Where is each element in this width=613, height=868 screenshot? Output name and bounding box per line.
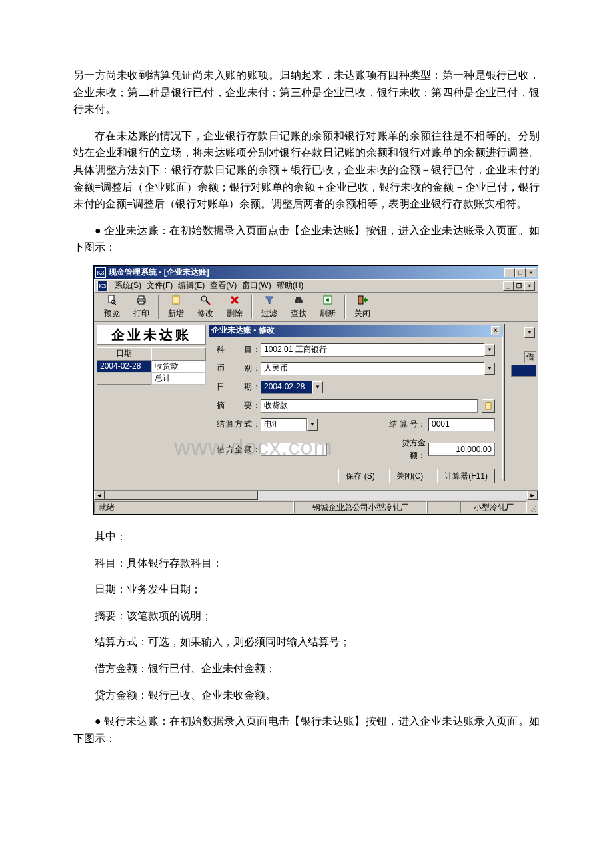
paragraph-5: 科目：具体银行存款科目； — [73, 555, 540, 572]
paragraph-1: 另一方尚未收到结算凭证尚未入账的账项。归纳起来，未达账项有四种类型：第一种是银行… — [73, 67, 540, 118]
input-date[interactable]: 2004-02-28 — [261, 381, 312, 394]
dialog-titlebar[interactable]: 企业未达账 - 修改 × — [209, 325, 503, 337]
toolbar-find-button[interactable]: 查找 — [285, 294, 312, 321]
menu-help[interactable]: 帮助(H) — [277, 279, 304, 292]
panel-title-banner: 企业未达账 — [97, 325, 206, 345]
printer-icon — [135, 294, 147, 306]
app-logo-icon: K3 — [95, 267, 106, 278]
horizontal-scrollbar[interactable]: ◄ ► — [94, 490, 538, 501]
toolbar-close-label: 关闭 — [354, 307, 370, 320]
svg-rect-15 — [358, 296, 363, 304]
resize-grip-icon[interactable] — [527, 501, 538, 513]
paragraph-8: 结算方式：可选，如果输入，则必须同时输入结算号； — [73, 633, 540, 651]
menu-file[interactable]: 文件(F) — [147, 279, 173, 292]
selected-right-cell[interactable] — [511, 365, 536, 377]
label-summary: 摘 要： — [217, 399, 261, 412]
save-button[interactable]: 保存 (S) — [338, 469, 382, 483]
cell-summary[interactable]: 收货款 — [151, 361, 206, 373]
edit-dialog: 企业未达账 - 修改 × 科 目： 1002.01 工商银行 ▼ 币 别： 人民… — [207, 323, 504, 481]
refresh-icon — [322, 294, 334, 306]
table-row[interactable]: 2004-02-28 收货款 — [97, 361, 206, 373]
cell-total-label: 总计 — [151, 373, 206, 385]
filter-icon — [263, 294, 275, 306]
paragraph-6: 日期：业务发生日期； — [73, 581, 540, 598]
subject-dropdown-icon[interactable]: ▼ — [484, 344, 495, 356]
document-page: 另一方尚未收到结算凭证尚未入账的账项。归纳起来，未达账项有四种类型：第一种是银行… — [0, 0, 613, 796]
paragraph-2: 存在未达账的情况下，企业银行存款日记账的余额和银行对账单的余额往往是不相等的。分… — [73, 127, 540, 213]
paragraph-10: 贷方金额：银行已收、企业未收金额。 — [73, 687, 540, 704]
toolbar-close-button[interactable]: 关闭 — [348, 294, 376, 321]
input-settle-method[interactable]: 电汇 — [261, 418, 307, 431]
data-table: 日期 2004-02-28 收货款 总计 — [97, 347, 206, 385]
cell-date[interactable]: 2004-02-28 — [97, 361, 151, 373]
toolbar-preview-label: 预览 — [104, 307, 120, 320]
col-header-jie[interactable]: 借 — [524, 351, 536, 363]
toolbar-separator-2 — [251, 295, 253, 319]
svg-rect-17 — [487, 402, 490, 403]
scroll-track[interactable] — [105, 491, 527, 500]
toolbar-new-label: 新增 — [168, 307, 184, 320]
minimize-button[interactable]: _ — [504, 268, 515, 277]
scroll-left-icon[interactable]: ◄ — [94, 491, 105, 500]
dialog-close-btn[interactable]: 关闭(C) — [389, 469, 431, 483]
paragraph-7: 摘要：该笔款项的说明； — [73, 607, 540, 625]
dialog-title: 企业未达账 - 修改 — [211, 324, 275, 337]
menu-edit[interactable]: 编辑(E) — [178, 279, 205, 292]
toolbar-new-button[interactable]: 新增 — [162, 294, 190, 321]
label-credit: 贷方金额： — [388, 437, 428, 462]
scroll-right-icon[interactable]: ► — [527, 491, 538, 500]
mdi-minimize-button[interactable]: _ — [503, 281, 514, 291]
mdi-restore-button[interactable]: ❐ — [514, 281, 524, 291]
menu-window[interactable]: 窗口(W) — [242, 279, 271, 292]
menu-bar: K3 系统(S) 文件(F) 编辑(E) 查看(V) 窗口(W) 帮助(H) _… — [94, 279, 538, 293]
toolbar-filter-label: 过滤 — [261, 307, 277, 320]
svg-point-7 — [201, 296, 207, 301]
input-settle-no[interactable]: 0001 — [428, 418, 495, 431]
toolbar-preview-button[interactable]: 预览 — [98, 294, 126, 321]
maximize-button[interactable]: □ — [515, 268, 526, 277]
mdi-child-icon[interactable]: K3 — [97, 281, 108, 291]
toolbar-print-button[interactable]: 打印 — [127, 294, 155, 321]
toolbar-filter-button[interactable]: 过滤 — [255, 294, 283, 321]
right-dropdown-icon[interactable]: ▼ — [524, 327, 535, 338]
clipboard-icon — [484, 402, 492, 410]
paragraph-11: ● 银行未达账：在初始数据录入页面电击【银行未达账】按钮，进入企业未达账录入页面… — [73, 713, 540, 747]
menu-view[interactable]: 查看(V) — [210, 279, 237, 292]
close-button[interactable]: × — [526, 268, 536, 277]
toolbar: 预览 打印 新增 修改 — [94, 293, 538, 322]
toolbar-edit-button[interactable]: 修改 — [191, 294, 219, 321]
col-header-blank[interactable] — [151, 347, 206, 361]
date-dropdown-icon[interactable]: ▼ — [312, 381, 323, 393]
input-summary[interactable]: 收货款 — [261, 399, 478, 413]
row-blank — [97, 373, 151, 385]
label-debit: 借方金额： — [217, 443, 261, 456]
exit-door-icon — [356, 294, 368, 306]
toolbar-refresh-button[interactable]: 刷新 — [314, 294, 342, 321]
window-titlebar[interactable]: K3 现金管理系统 - [企业未达账] _ □ × — [94, 266, 538, 279]
settle-method-dropdown-icon[interactable]: ▼ — [307, 419, 318, 431]
label-subject: 科 目： — [217, 343, 261, 356]
toolbar-delete-button[interactable]: 删除 — [221, 294, 249, 321]
input-credit[interactable]: 10,000.00 — [428, 443, 495, 456]
svg-line-2 — [115, 303, 117, 305]
summary-lookup-button[interactable] — [482, 399, 495, 413]
status-dept: 小型冷轧厂 — [460, 501, 527, 513]
input-subject[interactable]: 1002.01 工商银行 — [261, 343, 484, 357]
svg-rect-4 — [139, 296, 144, 299]
dialog-close-button[interactable]: × — [491, 326, 500, 335]
currency-dropdown-icon[interactable]: ▼ — [484, 363, 495, 375]
mdi-close-button[interactable]: × — [524, 281, 535, 291]
calculator-button[interactable]: 计算器(F11) — [437, 469, 495, 483]
input-currency[interactable]: 人民币 — [261, 362, 484, 375]
status-company: 钢城企业总公司小型冷轧厂 — [294, 501, 427, 513]
scroll-thumb[interactable] — [105, 491, 258, 500]
col-header-date[interactable]: 日期 — [97, 347, 151, 361]
input-debit[interactable] — [261, 443, 327, 456]
status-bar: 就绪 钢城企业总公司小型冷轧厂 小型冷轧厂 — [94, 501, 538, 514]
toolbar-separator-3 — [344, 295, 346, 319]
toolbar-edit-label: 修改 — [197, 307, 213, 320]
menu-system[interactable]: 系统(S) — [115, 279, 141, 292]
toolbar-separator — [158, 295, 159, 319]
right-column-strip: ▼ 借 — [508, 322, 538, 514]
magnifier-page-icon — [106, 294, 118, 306]
